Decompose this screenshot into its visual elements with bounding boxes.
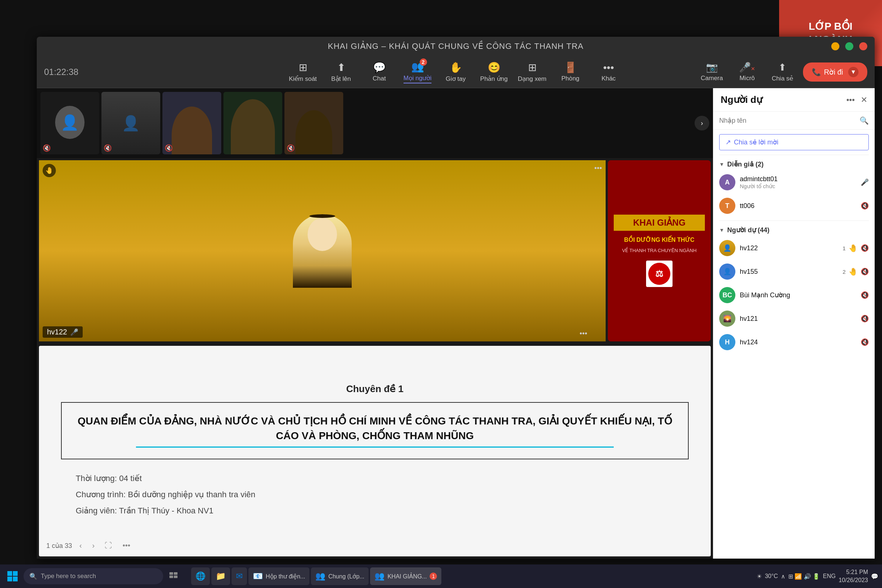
- kiem-soat-button[interactable]: ⊞ Kiểm soát: [285, 57, 321, 87]
- leave-dropdown-arrow[interactable]: ▼: [848, 67, 858, 77]
- taskbar-date: 10/26/2023: [838, 576, 868, 584]
- slide-options-button[interactable]: •••: [119, 540, 133, 551]
- presenter-icons-admin: 🎤: [861, 178, 869, 186]
- presenters-list: A admintcbtt01 Người tổ chức 🎤 T tt006: [719, 171, 869, 218]
- attendee-item-hv155: 👤 hv155 2 🤚 🔇: [719, 260, 869, 284]
- attendees-list: 👤 hv122 1 🤚 🔇 👤: [719, 236, 869, 354]
- hand-emoji: 🤚: [45, 166, 53, 175]
- explorer-icon: 📁: [216, 572, 226, 581]
- slide-main-box: QUAN ĐIỂM CỦA ĐẢNG, NHÀ NƯỚC VÀ CHỦ TỊCH…: [61, 402, 689, 459]
- attendee-info-hv122: hv122: [740, 244, 838, 252]
- presenter-role-admin: Người tổ chức: [740, 183, 856, 190]
- phan-ung-label: Phản ứng: [480, 75, 508, 82]
- featured-more-button[interactable]: •••: [579, 329, 587, 338]
- taskbar: 🔍 Type here to search 🌐 📁 ✉ 📧 Hộp thư đi…: [0, 564, 882, 588]
- presenters-header[interactable]: ▼ Diễn giả (2): [719, 158, 869, 171]
- participants-close-icon[interactable]: ✕: [861, 95, 867, 105]
- phan-ung-button[interactable]: 😊 Phản ứng: [476, 57, 512, 87]
- taskbar-item-khai-giang[interactable]: 👥 KHAI GIẢNG... 1: [370, 567, 441, 585]
- activate-windows-watermark: Activate Windows Go to Settings to activ…: [763, 479, 856, 492]
- taskbar-item-chung[interactable]: 👥 Chung (Lớp...: [311, 567, 369, 585]
- svg-rect-2: [8, 577, 12, 581]
- gio-tay-icon: ✋: [450, 62, 462, 74]
- featured-options[interactable]: •••: [594, 164, 602, 172]
- slide-subject: Chuyên đề 1: [61, 383, 689, 395]
- taskbar-view-button[interactable]: [165, 568, 182, 584]
- mic-off-icon-3: 🔇: [165, 144, 173, 152]
- taskbar-item-mail[interactable]: ✉: [231, 567, 247, 585]
- attendee-hand-icon-hv122: 🤚: [849, 244, 858, 252]
- attendee-name-hv121: hv121: [740, 315, 856, 322]
- share-screen-icon: ⬆: [778, 62, 786, 73]
- taskbar-search[interactable]: 🔍 Type here to search: [24, 568, 163, 584]
- taskbar-item-explorer[interactable]: 📁: [212, 567, 230, 585]
- slide-next-button[interactable]: ›: [89, 540, 98, 551]
- deco-line1: LỚP BỒI: [808, 20, 852, 33]
- slide-fullscreen-button[interactable]: ⛶: [102, 540, 115, 551]
- bat-len-button[interactable]: ⬆ Bật lên: [322, 57, 359, 87]
- chat-label: Chat: [373, 75, 386, 82]
- taskbar-time-display: 5:21 PM 10/26/2023: [838, 568, 868, 585]
- dang-xem-button[interactable]: ⊞ Dạng xem: [514, 57, 550, 87]
- micro-button[interactable]: 🎤✕ Micrô: [732, 62, 762, 82]
- attendee-item-bui-manh-cuong: BC Bùi Mạnh Cường 🔇: [719, 284, 869, 307]
- featured-name-tag: hv122 🎤: [43, 326, 82, 338]
- attendee-icons-hv155: 2 🤚 🔇: [843, 267, 869, 276]
- search-participant-input[interactable]: [719, 117, 856, 124]
- share-screen-button[interactable]: ⬆ Chia sẻ: [768, 62, 797, 82]
- chung-icon: 👥: [315, 572, 325, 581]
- khai-giang-badge: 1: [430, 573, 437, 580]
- slide-chuong-trinh: Chương trình: Bồi dưỡng nghiệp vụ thanh …: [76, 487, 689, 503]
- close-button[interactable]: [859, 42, 867, 50]
- moi-nguoi-badge: 2: [420, 58, 427, 66]
- presenters-section: ▼ Diễn giả (2) A admintcbtt01 Người tổ c…: [713, 155, 874, 220]
- strip-next-arrow[interactable]: ›: [694, 116, 709, 130]
- slide-page-indicator: 1 của 33: [46, 542, 72, 550]
- dang-xem-label: Dạng xem: [518, 75, 546, 82]
- windows-start-button[interactable]: [4, 567, 21, 585]
- slide-prev-button[interactable]: ‹: [76, 540, 85, 551]
- gio-tay-button[interactable]: ✋ Giơ tay: [437, 57, 474, 87]
- khai-giang-taskbar-label: KHAI GIẢNG...: [387, 573, 427, 580]
- toolbar: 01:22:38 ⊞ Kiểm soát ⬆ Bật lên 💬 Chat 👥 …: [37, 56, 874, 88]
- participants-more-icon[interactable]: •••: [846, 95, 855, 105]
- attendees-section: ▼ Người dự (44) 👤 hv122 1 🤚 🔇: [713, 221, 874, 357]
- attendee-icons-bmc: 🔇: [861, 291, 869, 299]
- minimize-button[interactable]: [831, 42, 839, 50]
- attendees-header[interactable]: ▼ Người dự (44): [719, 224, 869, 236]
- hop-thu-label: Hộp thư điện...: [266, 573, 305, 580]
- leave-meeting-button[interactable]: 📞 Rời đi ▼: [803, 63, 867, 82]
- gio-tay-label: Giơ tay: [446, 75, 466, 82]
- taskbar-item-edge[interactable]: 🌐: [191, 567, 210, 585]
- notification-button[interactable]: 💬: [871, 573, 878, 580]
- search-icon[interactable]: 🔍: [860, 116, 869, 125]
- video-area: 👤 🔇 👤 🔇: [37, 88, 713, 559]
- attendee-avatar-hv155: 👤: [719, 264, 735, 280]
- maximize-button[interactable]: [845, 42, 854, 50]
- attendee-hand-count-hv155: 2: [843, 268, 846, 275]
- khac-icon: •••: [603, 62, 614, 74]
- camera-button[interactable]: 📷 Camera: [697, 62, 726, 82]
- attendee-hand-count-hv122: 1: [843, 245, 846, 251]
- khai-giang-icon: 👥: [375, 572, 384, 581]
- mic-off-icon-1: 🔇: [43, 144, 51, 152]
- presenter-item-admin: A admintcbtt01 Người tổ chức 🎤: [719, 171, 869, 194]
- share-invite-button[interactable]: ↗ Chia sẻ lời mời: [719, 134, 869, 150]
- khac-button[interactable]: ••• Khác: [590, 57, 627, 87]
- attendee-name-bmc: Bùi Mạnh Cường: [740, 291, 856, 299]
- taskbar-tray-icons: ⊞ 📶 🔊 🔋: [788, 573, 820, 580]
- taskbar-item-hop-thu[interactable]: 📧 Hộp thư điện...: [248, 567, 309, 585]
- attendee-item-hv121: 🌄 hv121 🔇: [719, 307, 869, 330]
- teams-window: KHAI GIẢNG – KHÁI QUÁT CHUNG VỀ CÔNG TÁC…: [37, 37, 874, 559]
- phong-button[interactable]: 🚪 Phòng: [552, 57, 589, 87]
- bat-len-icon: ⬆: [337, 62, 345, 74]
- moi-nguoi-button[interactable]: 👥 2 Mọi người: [399, 57, 436, 87]
- presenter-avatar-tt006: T: [719, 198, 735, 214]
- svg-rect-4: [170, 572, 173, 575]
- video-thumb-2: 👤 🔇: [101, 92, 160, 154]
- chat-icon: 💬: [373, 62, 386, 74]
- chat-button[interactable]: 💬 Chat: [361, 57, 398, 87]
- share-icon: ↗: [726, 138, 731, 146]
- camera-label: Camera: [701, 75, 723, 82]
- toolbar-right: 📷 Camera 🎤✕ Micrô ⬆ Chia sẻ 📞 Rời đi ▼: [697, 62, 867, 82]
